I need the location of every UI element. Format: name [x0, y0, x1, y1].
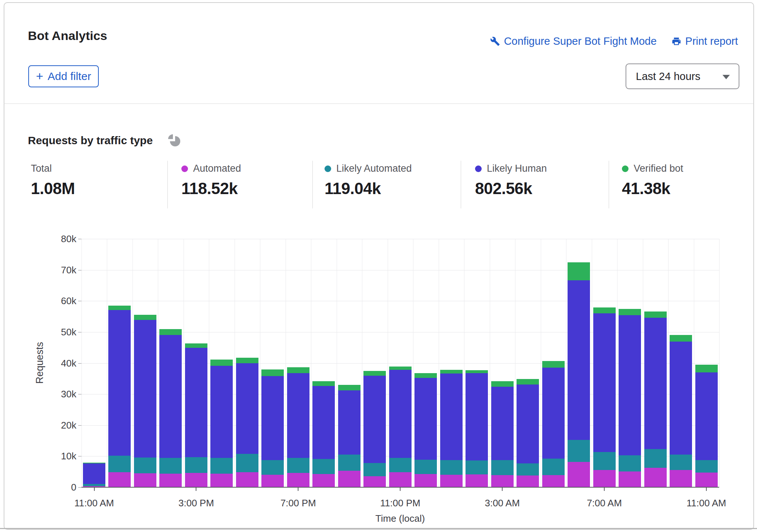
- bar-segment[interactable]: [236, 358, 258, 363]
- bar-segment[interactable]: [593, 313, 616, 452]
- bar-segment[interactable]: [159, 474, 182, 487]
- bar-segment[interactable]: [670, 455, 692, 470]
- bar-segment[interactable]: [210, 360, 233, 366]
- bar-segment[interactable]: [236, 454, 258, 472]
- bar-segment[interactable]: [644, 468, 667, 487]
- time-range-select[interactable]: Last 24 hours: [626, 63, 739, 89]
- bar-segment[interactable]: [517, 385, 539, 463]
- bar-segment[interactable]: [363, 376, 386, 463]
- bar-segment[interactable]: [517, 463, 539, 475]
- bar-segment[interactable]: [466, 460, 488, 474]
- bar-segment[interactable]: [389, 472, 412, 487]
- bar-segment[interactable]: [159, 329, 182, 335]
- bar-segment[interactable]: [210, 474, 233, 487]
- bar-segment[interactable]: [542, 361, 565, 367]
- bar-segment[interactable]: [159, 335, 182, 458]
- bar-segment[interactable]: [287, 367, 309, 373]
- bar-segment[interactable]: [185, 343, 207, 348]
- bar-segment[interactable]: [440, 374, 463, 460]
- bar-segment[interactable]: [593, 452, 616, 470]
- bar-segment[interactable]: [491, 475, 514, 487]
- bar-segment[interactable]: [287, 473, 309, 487]
- bar-segment[interactable]: [363, 371, 386, 376]
- bar-segment[interactable]: [491, 387, 514, 460]
- bar-segment[interactable]: [312, 459, 335, 474]
- configure-super-bot-fight-mode-link[interactable]: Configure Super Bot Fight Mode: [490, 35, 657, 47]
- bar-segment[interactable]: [108, 310, 131, 456]
- bar-segment[interactable]: [185, 457, 207, 473]
- bar-segment[interactable]: [312, 381, 335, 386]
- bar-segment[interactable]: [83, 463, 105, 463]
- bar-segment[interactable]: [670, 470, 692, 487]
- bar-segment[interactable]: [440, 460, 463, 475]
- bar-segment[interactable]: [619, 309, 641, 315]
- bar-segment[interactable]: [261, 369, 284, 376]
- bar-segment[interactable]: [644, 311, 667, 318]
- bar-segment[interactable]: [312, 474, 335, 487]
- bar-segment[interactable]: [440, 370, 463, 374]
- bar-segment[interactable]: [338, 471, 361, 487]
- bar-segment[interactable]: [108, 456, 131, 472]
- bar-segment[interactable]: [414, 373, 437, 378]
- bar-segment[interactable]: [619, 455, 641, 471]
- bar-segment[interactable]: [542, 459, 565, 475]
- bar-segment[interactable]: [517, 475, 539, 487]
- bar-segment[interactable]: [287, 458, 309, 473]
- bar-segment[interactable]: [466, 373, 488, 461]
- bar-segment[interactable]: [261, 460, 284, 475]
- bar-segment[interactable]: [236, 472, 258, 487]
- bar-segment[interactable]: [159, 458, 182, 473]
- bar-segment[interactable]: [466, 370, 488, 373]
- bar-segment[interactable]: [568, 262, 590, 280]
- bar-segment[interactable]: [134, 320, 156, 458]
- bar-segment[interactable]: [440, 475, 463, 487]
- bar-segment[interactable]: [491, 460, 514, 475]
- bar-segment[interactable]: [236, 363, 258, 454]
- bar-segment[interactable]: [108, 306, 131, 310]
- bar-segment[interactable]: [389, 367, 412, 370]
- bar-segment[interactable]: [108, 472, 131, 487]
- bar-segment[interactable]: [414, 474, 437, 487]
- bar-segment[interactable]: [134, 315, 156, 320]
- bar-segment[interactable]: [261, 475, 284, 487]
- bar-segment[interactable]: [695, 473, 718, 487]
- bar-segment[interactable]: [83, 463, 105, 484]
- bar-segment[interactable]: [670, 335, 692, 342]
- bar-segment[interactable]: [466, 474, 488, 487]
- bar-segment[interactable]: [363, 463, 386, 476]
- bar-segment[interactable]: [670, 342, 692, 455]
- bar-segment[interactable]: [312, 386, 335, 459]
- bar-segment[interactable]: [338, 385, 361, 390]
- bar-segment[interactable]: [542, 368, 565, 459]
- add-filter-button[interactable]: + Add filter: [28, 65, 99, 87]
- bar-segment[interactable]: [517, 379, 539, 385]
- bar-segment[interactable]: [593, 470, 616, 487]
- bar-segment[interactable]: [568, 462, 590, 487]
- bar-segment[interactable]: [619, 471, 641, 487]
- bar-segment[interactable]: [185, 348, 207, 457]
- bar-segment[interactable]: [185, 473, 207, 487]
- bar-segment[interactable]: [414, 460, 437, 474]
- bar-segment[interactable]: [363, 476, 386, 487]
- bar-segment[interactable]: [210, 366, 233, 458]
- print-report-link[interactable]: Print report: [671, 35, 738, 47]
- bar-segment[interactable]: [695, 460, 718, 473]
- bar-segment[interactable]: [338, 455, 361, 471]
- bar-segment[interactable]: [695, 365, 718, 372]
- bar-segment[interactable]: [134, 458, 156, 473]
- bar-segment[interactable]: [644, 449, 667, 468]
- bar-segment[interactable]: [695, 372, 718, 460]
- bar-segment[interactable]: [593, 307, 616, 313]
- bar-segment[interactable]: [134, 473, 156, 487]
- bar-segment[interactable]: [210, 458, 233, 473]
- bar-segment[interactable]: [542, 475, 565, 487]
- bar-segment[interactable]: [338, 390, 361, 455]
- bar-segment[interactable]: [568, 280, 590, 440]
- bar-segment[interactable]: [389, 370, 412, 458]
- bar-segment[interactable]: [83, 484, 105, 486]
- bar-segment[interactable]: [619, 315, 641, 455]
- bar-segment[interactable]: [568, 440, 590, 462]
- bar-segment[interactable]: [644, 318, 667, 449]
- bar-segment[interactable]: [491, 381, 514, 387]
- bar-segment[interactable]: [287, 373, 309, 458]
